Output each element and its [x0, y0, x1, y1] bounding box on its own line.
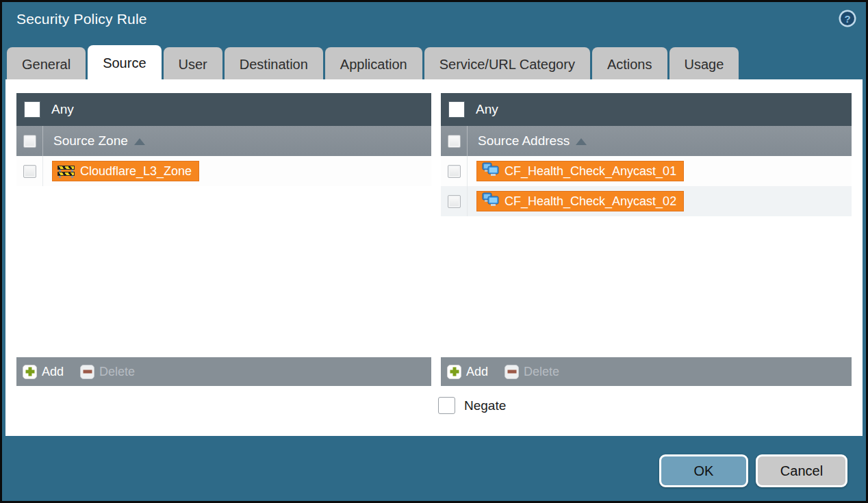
- sort-ascending-icon: [134, 138, 145, 145]
- source-zone-column-label: Source Zone: [53, 133, 128, 149]
- source-zone-row-checkbox[interactable]: [23, 165, 36, 178]
- negate-checkbox[interactable]: [438, 397, 455, 414]
- tab-usage[interactable]: Usage: [669, 47, 739, 81]
- source-address-item-label: CF_Health_Check_Anycast_01: [505, 164, 676, 179]
- source-zone-any-checkbox[interactable]: [24, 101, 40, 118]
- source-address-panel: Any Source Address: [441, 93, 852, 386]
- row-checkbox-cell: [441, 156, 468, 186]
- source-zone-any-label: Any: [51, 102, 74, 117]
- table-row: CF_Health_Check_Anycast_01: [441, 156, 852, 186]
- source-address-select-all-checkbox[interactable]: [448, 135, 461, 148]
- source-address-column-header[interactable]: Source Address: [441, 126, 852, 156]
- source-address-item[interactable]: CF_Health_Check_Anycast_02: [476, 191, 684, 211]
- plus-icon: [23, 365, 37, 379]
- source-address-list: CF_Health_Check_Anycast_01: [441, 156, 852, 357]
- row-checkbox-cell: [441, 186, 468, 216]
- dialog-title: Security Policy Rule: [16, 11, 147, 27]
- source-address-any-checkbox[interactable]: [448, 101, 465, 118]
- source-address-item[interactable]: CF_Health_Check_Anycast_01: [476, 161, 684, 181]
- source-address-row-checkbox[interactable]: [448, 195, 461, 208]
- source-address-row-checkbox[interactable]: [448, 165, 461, 178]
- tab-bar: General Source User Destination Applicat…: [7, 45, 741, 81]
- negate-control: Negate: [438, 397, 506, 414]
- address-icon: [482, 192, 499, 210]
- source-tab-content: Any Source Zone: [5, 79, 863, 436]
- source-zone-select-all-checkbox[interactable]: [23, 135, 36, 148]
- source-zone-item[interactable]: Cloudflare_L3_Zone: [52, 161, 199, 181]
- source-address-column-label: Source Address: [478, 133, 570, 149]
- minus-icon: [80, 365, 94, 379]
- minus-icon: [505, 365, 519, 379]
- plus-icon: [447, 365, 461, 379]
- negate-label: Negate: [464, 398, 506, 413]
- zone-icon: [58, 165, 75, 178]
- tab-user[interactable]: User: [164, 47, 222, 81]
- row-checkbox-cell: [16, 156, 43, 186]
- help-icon[interactable]: ?: [838, 9, 857, 28]
- source-address-toolbar: Add Delete: [441, 357, 852, 386]
- address-icon: [482, 162, 499, 180]
- table-row: CF_Health_Check_Anycast_02: [441, 186, 852, 216]
- source-zone-select-all-cell: [16, 126, 43, 156]
- source-address-any-label: Any: [476, 102, 498, 117]
- tab-general[interactable]: General: [7, 47, 86, 81]
- cancel-button[interactable]: Cancel: [756, 454, 847, 487]
- tab-source[interactable]: Source: [88, 45, 161, 81]
- source-address-any-header: Any: [441, 93, 852, 126]
- ok-button[interactable]: OK: [659, 454, 748, 487]
- tab-service-url-category[interactable]: Service/URL Category: [424, 47, 590, 81]
- source-zone-panel: Any Source Zone: [16, 93, 431, 386]
- source-zone-toolbar: Add Delete: [16, 357, 431, 386]
- source-zone-list: Cloudflare_L3_Zone: [16, 156, 431, 357]
- source-address-select-all-cell: [441, 126, 468, 156]
- add-button-label: Add: [42, 365, 64, 379]
- source-zone-column-header[interactable]: Source Zone: [16, 126, 431, 156]
- source-zone-delete-button[interactable]: Delete: [80, 365, 135, 379]
- source-address-item-label: CF_Health_Check_Anycast_02: [505, 194, 676, 209]
- table-row: Cloudflare_L3_Zone: [16, 156, 431, 186]
- source-address-add-button[interactable]: Add: [447, 365, 488, 379]
- delete-button-label: Delete: [99, 365, 135, 379]
- tab-destination[interactable]: Destination: [225, 47, 323, 81]
- svg-text:?: ?: [844, 13, 850, 25]
- delete-button-label: Delete: [524, 365, 559, 379]
- source-address-delete-button[interactable]: Delete: [505, 365, 559, 379]
- tab-actions[interactable]: Actions: [592, 47, 667, 81]
- source-zone-add-button[interactable]: Add: [23, 365, 64, 379]
- sort-ascending-icon: [576, 138, 587, 145]
- add-button-label: Add: [466, 365, 488, 379]
- source-zone-any-header: Any: [16, 93, 431, 126]
- security-policy-rule-dialog: Security Policy Rule ? General Source Us…: [0, 0, 868, 503]
- source-zone-item-label: Cloudflare_L3_Zone: [80, 164, 192, 179]
- tab-application[interactable]: Application: [325, 47, 422, 81]
